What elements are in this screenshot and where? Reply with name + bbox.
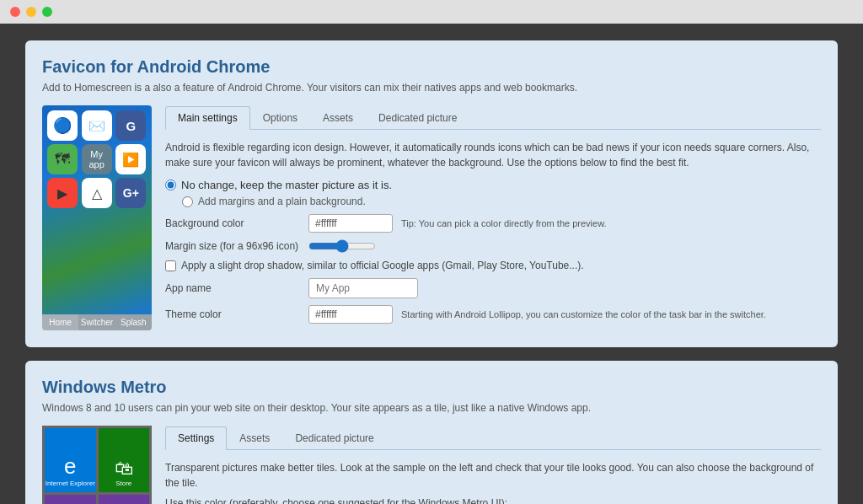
metro-tab-dedicated[interactable]: Dedicated picture xyxy=(282,426,386,449)
android-preview: 🔵 ✉️ G 🗺 My app ▶️ ▶ △ G+ Home Switcher xyxy=(42,105,152,330)
android-description: Add to Homescreen is a also a feature of… xyxy=(42,82,821,94)
app-icon-drive: △ xyxy=(82,178,112,208)
metro-description: Windows 8 and 10 users can pin your web … xyxy=(42,402,821,414)
android-icons-grid: 🔵 ✉️ G 🗺 My app ▶️ ▶ △ G+ xyxy=(42,105,152,314)
tab-splash[interactable]: Splash xyxy=(115,314,152,330)
metro-tabs-row: Settings Assets Dedicated picture xyxy=(165,426,821,450)
radio-add-margins-label: Add margins and a plain background. xyxy=(198,196,366,207)
tab-assets[interactable]: Assets xyxy=(310,105,366,129)
radio-no-change-row: No change, keep the master picture as it… xyxy=(165,179,821,191)
margin-slider[interactable] xyxy=(308,239,376,253)
metro-section: Windows Metro Windows 8 and 10 users can… xyxy=(25,361,838,504)
maximize-button[interactable] xyxy=(42,7,52,17)
android-body: 🔵 ✉️ G 🗺 My app ▶️ ▶ △ G+ Home Switcher xyxy=(42,105,821,330)
metro-tab-settings[interactable]: Settings xyxy=(165,426,227,450)
titlebar xyxy=(0,0,863,24)
android-title: Favicon for Android Chrome xyxy=(42,57,821,77)
theme-color-row: Theme color Starting with Android Lollip… xyxy=(165,305,821,324)
metro-title: Windows Metro xyxy=(42,378,821,397)
page-content: Favicon for Android Chrome Add to Homesc… xyxy=(0,24,863,504)
metro-settings-panel: Settings Assets Dedicated picture Transp… xyxy=(165,426,821,504)
bg-color-input[interactable] xyxy=(308,214,393,233)
margin-label: Margin size (for a 96x96 icon) xyxy=(165,240,300,252)
app-name-row: App name xyxy=(165,278,821,298)
shadow-checkbox[interactable] xyxy=(165,260,176,271)
metro-info-text: Transparent pictures make better tiles. … xyxy=(165,460,821,491)
app-icon-maps: 🗺 xyxy=(47,144,78,174)
app-name-input[interactable] xyxy=(308,278,418,298)
app-icon-chrome: 🔵 xyxy=(47,110,78,141)
ie-label: Internet Explorer xyxy=(46,480,95,487)
radio-no-change[interactable] xyxy=(165,180,176,190)
theme-color-input[interactable] xyxy=(308,305,393,324)
margin-row: Margin size (for a 96x96 icon) xyxy=(165,239,821,253)
metro-use-color-text: Use this color (preferably, choose one s… xyxy=(165,497,821,504)
metro-tile-ie: e Internet Explorer xyxy=(45,428,96,492)
radio-add-margins[interactable] xyxy=(182,196,193,207)
metro-tab-assets[interactable]: Assets xyxy=(227,426,282,449)
tab-main-settings[interactable]: Main settings xyxy=(165,106,250,130)
app-icon-myapp: My app xyxy=(82,144,112,174)
bg-color-label: Background color xyxy=(165,217,300,229)
tab-switcher[interactable]: Switcher xyxy=(78,314,115,330)
radio-no-change-label: No change, keep the master picture as it… xyxy=(181,179,392,191)
bg-color-tip: Tip: You can pick a color directly from … xyxy=(401,218,607,228)
android-bottom-tabs: Home Switcher Splash xyxy=(42,314,152,330)
minimize-button[interactable] xyxy=(26,7,36,17)
android-tabs-row: Main settings Options Assets Dedicated p… xyxy=(165,105,821,130)
tab-options[interactable]: Options xyxy=(250,105,310,129)
metro-preview: e Internet Explorer 🛍 Store 🗺 Maps ⚕ xyxy=(42,426,152,504)
metro-body: e Internet Explorer 🛍 Store 🗺 Maps ⚕ xyxy=(42,426,821,504)
tab-dedicated-picture[interactable]: Dedicated picture xyxy=(366,105,469,129)
store-icon: 🛍 xyxy=(115,458,133,480)
app-icon-gmail: ✉️ xyxy=(82,110,112,141)
bg-color-row: Background color Tip: You can pick a col… xyxy=(165,214,821,233)
android-info-text: Android is flexible regarding icon desig… xyxy=(165,140,821,170)
shadow-row: Apply a slight drop shadow, similar to o… xyxy=(165,260,821,271)
app-icon-play: ▶️ xyxy=(115,144,146,174)
app-name-label: App name xyxy=(165,282,300,294)
metro-tile-health: ⚕ xyxy=(99,495,150,505)
shadow-label: Apply a slight drop shadow, similar to o… xyxy=(181,260,584,271)
app-icon-youtube: ▶ xyxy=(47,178,78,208)
theme-color-note: Starting with Android Lollipop, you can … xyxy=(401,309,821,319)
tab-home[interactable]: Home xyxy=(42,314,78,330)
app-icon-g2: G+ xyxy=(115,178,146,208)
store-label: Store xyxy=(115,480,131,487)
radio-add-margins-row: Add margins and a plain background. xyxy=(182,196,821,207)
metro-tile-store: 🛍 Store xyxy=(99,428,150,492)
ie-icon: e xyxy=(64,453,76,480)
android-settings-panel: Main settings Options Assets Dedicated p… xyxy=(165,105,821,330)
margin-slider-wrap xyxy=(308,239,376,253)
metro-tile-maps: 🗺 Maps xyxy=(45,495,96,505)
close-button[interactable] xyxy=(10,7,20,17)
app-icon-g1: G xyxy=(115,110,146,141)
android-section: Favicon for Android Chrome Add to Homesc… xyxy=(25,40,838,347)
theme-color-label: Theme color xyxy=(165,308,300,320)
